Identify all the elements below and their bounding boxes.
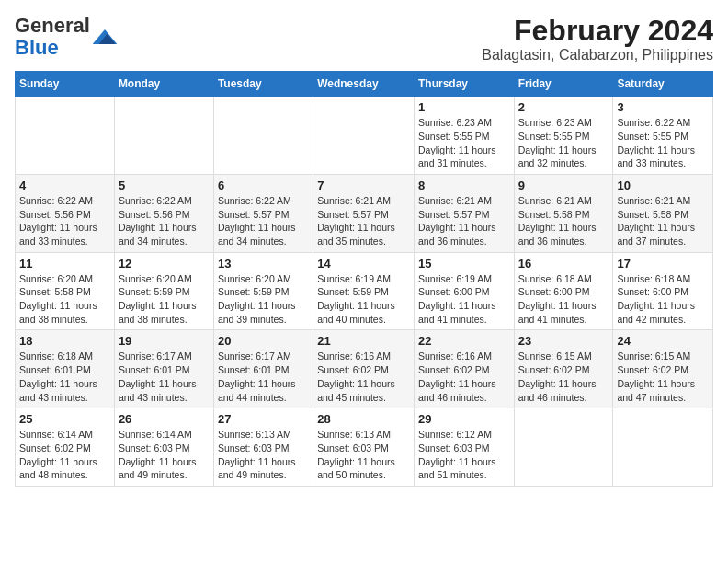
calendar-cell [313, 97, 415, 175]
calendar-cell [514, 408, 613, 487]
calendar-cell [114, 97, 213, 175]
day-number: 8 [418, 178, 510, 192]
calendar-cell: 10Sunrise: 6:21 AM Sunset: 5:58 PM Dayli… [613, 174, 713, 252]
day-info: Sunrise: 6:23 AM Sunset: 5:55 PM Dayligh… [418, 116, 510, 170]
title-area: February 2024 Balagtasin, Calabarzon, Ph… [482, 15, 713, 63]
day-info: Sunrise: 6:20 AM Sunset: 5:58 PM Dayligh… [19, 272, 110, 327]
day-number: 23 [518, 334, 609, 348]
calendar-cell: 20Sunrise: 6:17 AM Sunset: 6:01 PM Dayli… [213, 330, 313, 408]
day-number: 25 [19, 412, 110, 426]
day-number: 6 [218, 178, 309, 192]
calendar-week-row: 4Sunrise: 6:22 AM Sunset: 5:56 PM Daylig… [16, 174, 713, 252]
day-number: 28 [317, 412, 410, 426]
day-info: Sunrise: 6:15 AM Sunset: 6:02 PM Dayligh… [617, 350, 709, 404]
calendar-cell: 7Sunrise: 6:21 AM Sunset: 5:57 PM Daylig… [313, 174, 415, 252]
day-info: Sunrise: 6:21 AM Sunset: 5:58 PM Dayligh… [617, 194, 709, 248]
calendar-cell [213, 97, 313, 175]
calendar-cell: 26Sunrise: 6:14 AM Sunset: 6:03 PM Dayli… [114, 408, 213, 487]
day-info: Sunrise: 6:16 AM Sunset: 6:02 PM Dayligh… [317, 350, 410, 404]
day-info: Sunrise: 6:18 AM Sunset: 6:00 PM Dayligh… [518, 272, 609, 327]
day-info: Sunrise: 6:19 AM Sunset: 5:59 PM Dayligh… [317, 272, 410, 327]
calendar-cell: 13Sunrise: 6:20 AM Sunset: 5:59 PM Dayli… [213, 252, 313, 330]
calendar-cell: 8Sunrise: 6:21 AM Sunset: 5:57 PM Daylig… [414, 174, 514, 252]
calendar-cell: 21Sunrise: 6:16 AM Sunset: 6:02 PM Dayli… [313, 330, 415, 408]
day-info: Sunrise: 6:13 AM Sunset: 6:03 PM Dayligh… [317, 428, 410, 482]
logo-text: GeneralBlue [15, 15, 90, 59]
calendar-cell: 24Sunrise: 6:15 AM Sunset: 6:02 PM Dayli… [613, 330, 713, 408]
day-info: Sunrise: 6:19 AM Sunset: 6:00 PM Dayligh… [418, 272, 510, 327]
weekday-header: Friday [514, 72, 613, 97]
calendar-cell [16, 97, 115, 175]
day-number: 26 [119, 412, 210, 426]
day-info: Sunrise: 6:14 AM Sunset: 6:03 PM Dayligh… [119, 428, 210, 482]
calendar-cell: 14Sunrise: 6:19 AM Sunset: 5:59 PM Dayli… [313, 252, 415, 330]
day-number: 3 [617, 100, 709, 114]
day-number: 17 [617, 257, 709, 270]
day-info: Sunrise: 6:20 AM Sunset: 5:59 PM Dayligh… [218, 272, 309, 327]
calendar-cell: 2Sunrise: 6:23 AM Sunset: 5:55 PM Daylig… [514, 97, 613, 175]
calendar-cell: 25Sunrise: 6:14 AM Sunset: 6:02 PM Dayli… [16, 408, 115, 487]
day-number: 9 [518, 178, 609, 192]
calendar-cell: 5Sunrise: 6:22 AM Sunset: 5:56 PM Daylig… [114, 174, 213, 252]
day-info: Sunrise: 6:16 AM Sunset: 6:02 PM Dayligh… [418, 350, 510, 404]
day-info: Sunrise: 6:22 AM Sunset: 5:57 PM Dayligh… [218, 194, 309, 248]
calendar-week-row: 18Sunrise: 6:18 AM Sunset: 6:01 PM Dayli… [16, 330, 713, 408]
weekday-header-row: SundayMondayTuesdayWednesdayThursdayFrid… [16, 72, 713, 97]
calendar-cell: 29Sunrise: 6:12 AM Sunset: 6:03 PM Dayli… [414, 408, 514, 487]
day-number: 4 [19, 178, 110, 192]
day-number: 16 [518, 257, 609, 270]
day-info: Sunrise: 6:21 AM Sunset: 5:58 PM Dayligh… [518, 194, 609, 248]
day-info: Sunrise: 6:18 AM Sunset: 6:00 PM Dayligh… [617, 272, 709, 327]
calendar-cell: 27Sunrise: 6:13 AM Sunset: 6:03 PM Dayli… [213, 408, 313, 487]
calendar-cell: 6Sunrise: 6:22 AM Sunset: 5:57 PM Daylig… [213, 174, 313, 252]
day-number: 13 [218, 257, 309, 270]
day-number: 29 [418, 412, 510, 426]
calendar-week-row: 11Sunrise: 6:20 AM Sunset: 5:58 PM Dayli… [16, 252, 713, 330]
day-info: Sunrise: 6:22 AM Sunset: 5:56 PM Dayligh… [19, 194, 110, 248]
day-info: Sunrise: 6:21 AM Sunset: 5:57 PM Dayligh… [317, 194, 410, 248]
calendar-week-row: 25Sunrise: 6:14 AM Sunset: 6:02 PM Dayli… [16, 408, 713, 487]
calendar-cell: 19Sunrise: 6:17 AM Sunset: 6:01 PM Dayli… [114, 330, 213, 408]
day-info: Sunrise: 6:22 AM Sunset: 5:55 PM Dayligh… [617, 116, 709, 170]
calendar-cell: 28Sunrise: 6:13 AM Sunset: 6:03 PM Dayli… [313, 408, 415, 487]
day-number: 20 [218, 334, 309, 348]
calendar-cell: 3Sunrise: 6:22 AM Sunset: 5:55 PM Daylig… [613, 97, 713, 175]
calendar-cell: 1Sunrise: 6:23 AM Sunset: 5:55 PM Daylig… [414, 97, 514, 175]
weekday-header: Monday [114, 72, 213, 97]
calendar-cell: 11Sunrise: 6:20 AM Sunset: 5:58 PM Dayli… [16, 252, 115, 330]
weekday-header: Saturday [613, 72, 713, 97]
calendar-cell: 23Sunrise: 6:15 AM Sunset: 6:02 PM Dayli… [514, 330, 613, 408]
weekday-header: Tuesday [213, 72, 313, 97]
day-number: 2 [518, 100, 609, 114]
calendar-cell: 15Sunrise: 6:19 AM Sunset: 6:00 PM Dayli… [414, 252, 514, 330]
day-info: Sunrise: 6:22 AM Sunset: 5:56 PM Dayligh… [119, 194, 210, 248]
weekday-header: Sunday [16, 72, 115, 97]
day-info: Sunrise: 6:18 AM Sunset: 6:01 PM Dayligh… [19, 350, 110, 404]
day-number: 10 [617, 178, 709, 192]
logo-icon [92, 29, 118, 44]
calendar-subtitle: Balagtasin, Calabarzon, Philippines [482, 47, 713, 63]
page-header: GeneralBlue February 2024 Balagtasin, Ca… [15, 15, 713, 63]
calendar-title: February 2024 [482, 15, 713, 47]
calendar-cell [613, 408, 713, 487]
calendar-cell: 22Sunrise: 6:16 AM Sunset: 6:02 PM Dayli… [414, 330, 514, 408]
day-number: 14 [317, 257, 410, 270]
day-number: 1 [418, 100, 510, 114]
calendar-week-row: 1Sunrise: 6:23 AM Sunset: 5:55 PM Daylig… [16, 97, 713, 175]
day-info: Sunrise: 6:21 AM Sunset: 5:57 PM Dayligh… [418, 194, 510, 248]
day-number: 19 [119, 334, 210, 348]
day-number: 27 [218, 412, 309, 426]
day-number: 22 [418, 334, 510, 348]
day-number: 5 [119, 178, 210, 192]
day-number: 24 [617, 334, 709, 348]
calendar-cell: 16Sunrise: 6:18 AM Sunset: 6:00 PM Dayli… [514, 252, 613, 330]
calendar-cell: 4Sunrise: 6:22 AM Sunset: 5:56 PM Daylig… [16, 174, 115, 252]
weekday-header: Thursday [414, 72, 514, 97]
day-info: Sunrise: 6:17 AM Sunset: 6:01 PM Dayligh… [119, 350, 210, 404]
calendar-cell: 18Sunrise: 6:18 AM Sunset: 6:01 PM Dayli… [16, 330, 115, 408]
calendar-table: SundayMondayTuesdayWednesdayThursdayFrid… [15, 71, 713, 487]
calendar-cell: 17Sunrise: 6:18 AM Sunset: 6:00 PM Dayli… [613, 252, 713, 330]
day-info: Sunrise: 6:14 AM Sunset: 6:02 PM Dayligh… [19, 428, 110, 482]
day-info: Sunrise: 6:13 AM Sunset: 6:03 PM Dayligh… [218, 428, 309, 482]
day-number: 7 [317, 178, 410, 192]
